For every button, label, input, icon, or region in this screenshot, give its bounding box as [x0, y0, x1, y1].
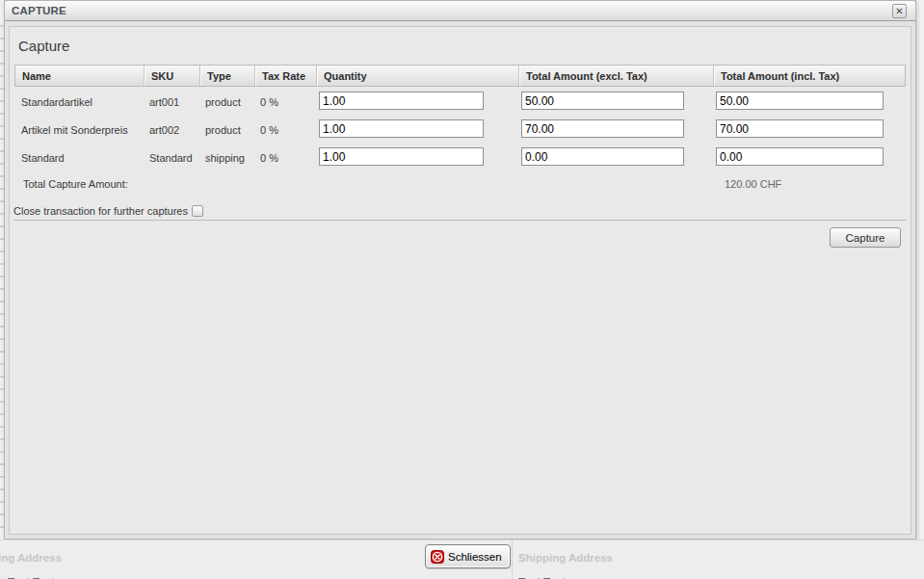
amount-incl-tax-input[interactable] [716, 92, 884, 110]
cell-name: Standard [14, 144, 143, 171]
section-heading: Capture [18, 38, 69, 54]
capture-panel: Capture Name SKU Type Tax Rate Quantity … [9, 26, 911, 535]
table-row: Artikel mit Sonderpreis art002 product 0… [14, 116, 906, 144]
table-row: Standard Standard shipping 0 % [14, 144, 906, 171]
cell-sku: art002 [143, 116, 198, 144]
cell-tax-rate: 0 % [253, 88, 315, 116]
column-header-name: Name [15, 66, 144, 86]
quantity-input[interactable] [319, 92, 484, 110]
amount-excl-tax-input[interactable] [521, 92, 684, 110]
cell-type: shipping [198, 144, 253, 171]
quantity-input[interactable] [319, 147, 484, 166]
column-header-tax-rate: Tax Rate [254, 66, 316, 86]
close-transaction-row: Close transaction for further captures [13, 204, 203, 218]
shipping-address-heading: Shipping Address [518, 552, 613, 564]
footer-column-divider [512, 540, 513, 579]
capture-dialog: CAPTURE ✕ Capture Name SKU Type Tax Rate… [4, 0, 916, 540]
close-transaction-label: Close transaction for further captures [13, 205, 188, 217]
divider [13, 220, 907, 221]
total-capture-row: Total Capture Amount: 120.00 CHF [14, 176, 906, 196]
table-body: Standardartikel art001 product 0 % Artik… [14, 88, 906, 171]
cell-type: product [198, 116, 253, 144]
cell-type: product [198, 88, 253, 116]
close-icon[interactable]: ✕ [892, 4, 907, 18]
amount-incl-tax-input[interactable] [716, 119, 884, 138]
cell-sku: art001 [143, 88, 198, 116]
column-header-excl-tax: Total Amount (excl. Tax) [518, 66, 713, 86]
schliessen-button[interactable]: Schliessen [425, 544, 511, 568]
column-header-quantity: Quantity [316, 66, 518, 86]
table-header-row: Name SKU Type Tax Rate Quantity Total Am… [14, 65, 906, 87]
cell-tax-rate: 0 % [253, 144, 315, 171]
total-capture-value: 120.00 CHF [725, 178, 781, 190]
table-row: Standardartikel art001 product 0 % [14, 88, 906, 116]
amount-excl-tax-input[interactable] [521, 147, 684, 166]
column-header-sku: SKU [144, 66, 199, 86]
schliessen-button-label: Schliessen [448, 551, 502, 563]
cell-sku: Standard [143, 144, 198, 171]
cell-tax-rate: 0 % [253, 116, 315, 144]
dialog-titlebar: CAPTURE [4, 0, 916, 21]
amount-incl-tax-input[interactable] [716, 147, 884, 166]
amount-excl-tax-input[interactable] [521, 119, 684, 138]
column-header-incl-tax: Total Amount (incl. Tax) [713, 66, 911, 86]
cell-name: Artikel mit Sonderpreis [14, 116, 143, 144]
capture-button[interactable]: Capture [830, 227, 901, 248]
quantity-input[interactable] [319, 119, 484, 138]
total-capture-label: Total Capture Amount: [23, 178, 128, 190]
cell-name: Standardartikel [14, 88, 143, 116]
billing-address-heading: ing Address [0, 552, 62, 564]
column-header-type: Type [199, 66, 254, 86]
error-close-icon [431, 550, 444, 564]
dialog-title: CAPTURE [5, 5, 66, 16]
close-transaction-checkbox[interactable] [192, 205, 203, 217]
